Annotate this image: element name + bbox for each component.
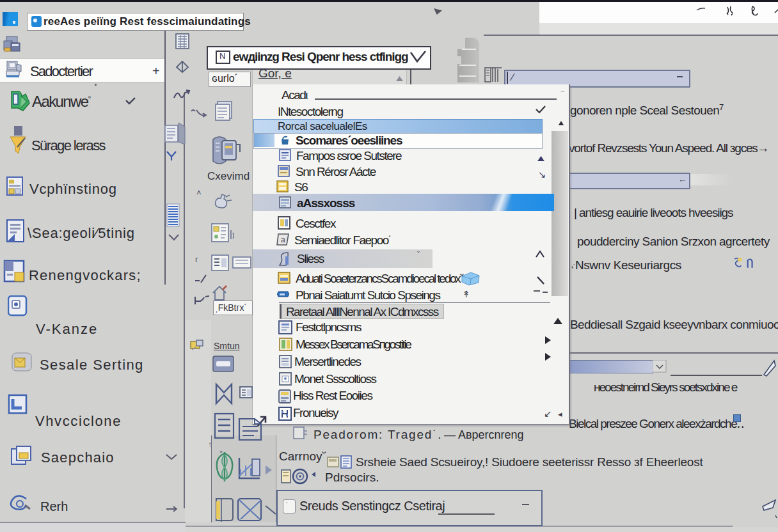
svg-text:a: a <box>281 235 285 244</box>
